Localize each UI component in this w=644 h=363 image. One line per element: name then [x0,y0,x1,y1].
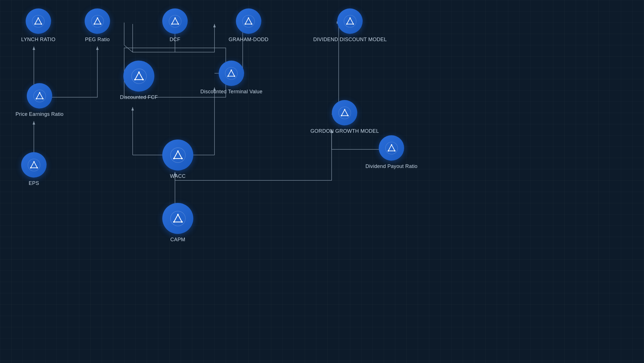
svg-point-16 [242,15,255,27]
node-discounted-fcf: Discounted FCF [120,61,158,100]
svg-point-36 [33,90,45,102]
svg-point-59 [181,158,183,159]
dividend-discount-model-label: DIVIDEND DISCOUNT MODEL [313,37,387,43]
peg-ratio-circle[interactable] [85,8,110,34]
svg-point-46 [385,142,398,154]
conn-dfcf-dcf-left [124,23,133,52]
svg-marker-62 [174,214,182,222]
svg-point-45 [341,115,342,116]
svg-point-14 [178,23,179,25]
discounted-terminal-value-circle[interactable] [219,61,244,86]
conn-wacc-ggm [175,130,332,180]
eps-label: EPS [29,180,39,186]
node-graham-dodd: GRAHAM-DODD [229,8,268,43]
svg-point-49 [394,150,396,152]
svg-point-65 [173,221,175,223]
node-eps: EPS [21,152,47,186]
wacc-label: WACC [170,173,186,179]
svg-point-41 [339,107,351,119]
gordon-growth-model-circle[interactable] [332,100,357,125]
svg-point-64 [181,221,183,223]
svg-marker-57 [174,151,182,158]
svg-marker-17 [245,18,252,24]
svg-point-60 [173,158,175,159]
svg-point-3 [38,17,39,19]
dcf-circle[interactable] [162,8,188,34]
connections-layer [0,0,644,363]
svg-point-51 [28,159,40,171]
svg-marker-2 [35,18,41,24]
svg-marker-37 [36,92,43,99]
lynch-ratio-circle[interactable] [26,8,51,34]
node-capm: CAPM [162,203,193,243]
svg-point-43 [344,109,345,110]
svg-point-44 [347,115,349,116]
svg-marker-32 [228,70,235,76]
svg-point-31 [225,67,237,79]
peg-ratio-label: PEG Ratio [85,37,110,43]
svg-marker-47 [388,145,395,151]
dividend-payout-ratio-label: Dividend Payout Ratio [365,163,417,169]
svg-point-8 [97,17,98,19]
svg-point-56 [170,148,185,163]
svg-point-39 [42,98,43,99]
svg-point-23 [349,17,351,19]
node-wacc: WACC [162,140,193,179]
svg-point-34 [234,76,235,77]
svg-point-20 [245,23,246,25]
svg-marker-27 [135,72,143,79]
discounted-terminal-value-label: Discounted Terminal Value [200,89,262,95]
svg-point-15 [171,23,172,25]
node-price-earnings-ratio: Price Earnings Ratio [16,83,63,117]
svg-point-53 [33,161,35,162]
svg-marker-52 [30,161,37,168]
svg-point-28 [138,71,140,73]
svg-point-40 [36,98,37,99]
node-gordon-growth-model: GORDON GROWTH MODEL [310,100,379,134]
price-earnings-ratio-label: Price Earnings Ratio [16,111,63,117]
discounted-fcf-label: Discounted FCF [120,94,158,100]
wacc-circle[interactable] [162,140,193,171]
svg-point-21 [344,15,356,27]
node-peg-ratio: PEG Ratio [85,8,110,43]
svg-point-19 [251,23,253,25]
svg-point-63 [177,214,179,215]
capm-circle[interactable] [162,203,193,234]
svg-point-38 [39,92,40,93]
svg-point-25 [346,23,347,25]
dividend-payout-ratio-circle[interactable] [379,135,404,161]
dcf-label: DCF [170,37,180,43]
svg-point-18 [248,17,249,19]
svg-point-50 [387,150,389,152]
svg-point-35 [227,76,229,77]
svg-point-6 [91,15,103,27]
node-lynch-ratio: LYNCH RATIO [21,8,56,43]
node-dcf: DCF [162,8,188,43]
price-earnings-ratio-circle[interactable] [27,83,52,109]
svg-point-5 [34,23,36,25]
svg-point-1 [32,15,44,27]
svg-point-11 [169,15,181,27]
svg-point-4 [41,23,42,25]
graham-dodd-circle[interactable] [236,8,261,34]
svg-marker-7 [94,18,100,24]
svg-point-54 [36,167,38,169]
svg-point-24 [353,23,354,25]
svg-point-61 [170,211,185,226]
svg-point-13 [174,17,176,19]
eps-circle[interactable] [21,152,47,178]
discounted-fcf-circle[interactable] [123,61,154,92]
gordon-growth-model-label: GORDON GROWTH MODEL [310,128,379,134]
svg-marker-12 [172,18,178,24]
svg-point-55 [30,167,31,169]
svg-point-10 [93,23,95,25]
svg-point-29 [142,79,144,80]
node-dividend-payout-ratio: Dividend Payout Ratio [365,135,417,169]
dividend-discount-model-circle[interactable] [337,8,363,34]
svg-marker-22 [347,18,353,24]
svg-point-26 [132,69,146,84]
svg-point-30 [134,79,136,80]
node-discounted-terminal-value: Discounted Terminal Value [200,61,262,95]
svg-point-58 [177,150,179,152]
lynch-ratio-label: LYNCH RATIO [21,37,56,43]
